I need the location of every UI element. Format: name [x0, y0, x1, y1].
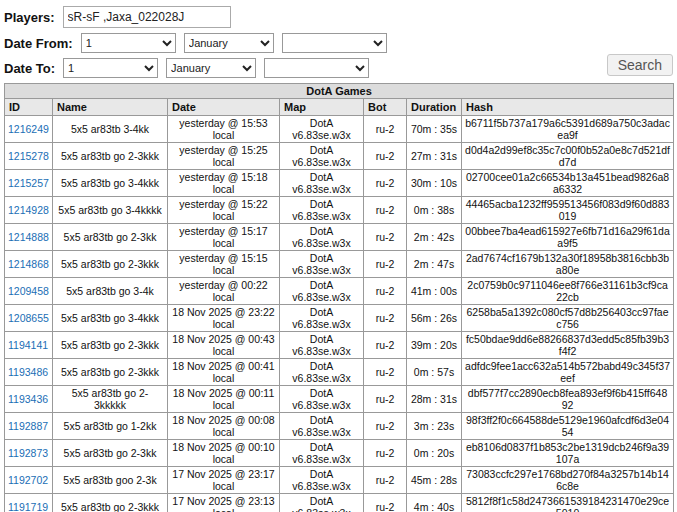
cell-hash: b6711f5b737a179a6c5391d689a750c3adacea9f	[462, 116, 674, 143]
cell-map: DotA v6.83se.w3x	[280, 143, 364, 170]
cell-hash: fc50bdae9dd6e88266837d3edd5c85fb39b3f4f2	[462, 332, 674, 359]
cell-id: 1214928	[5, 197, 53, 224]
table-row: 11927025x5 ar83tb goo 2-3k17 Nov 2025 @ …	[5, 467, 674, 494]
cell-map: DotA v6.83se.w3x	[280, 494, 364, 512]
cell-map: DotA v6.83se.w3x	[280, 224, 364, 251]
game-id-link[interactable]: 1191719	[8, 501, 48, 512]
game-id-link[interactable]: 1208655	[8, 312, 49, 324]
table-title-row: DotA Games	[5, 84, 674, 99]
cell-duration: 45m : 28s	[407, 467, 462, 494]
cell-hash: dbf577f7cc2890ecb8fea893ef9f6b415ff64892	[462, 386, 674, 413]
cell-date: yesterday @ 15:53 local	[168, 116, 280, 143]
column-header-map: Map	[280, 99, 364, 116]
cell-duration: 70m : 35s	[407, 116, 462, 143]
game-id-link[interactable]: 1209458	[8, 285, 49, 297]
cell-hash: 98f3ff2f0c664588de5129e1960afcdf6d3e0454	[462, 413, 674, 440]
table-row: 12086555x5 ar83tb go 3-4kkk18 Nov 2025 @…	[5, 305, 674, 332]
cell-name: 5x5 ar83tb go 3-4kkk	[53, 305, 168, 332]
game-id-link[interactable]: 1193486	[8, 366, 48, 378]
game-id-link[interactable]: 1194141	[8, 339, 48, 351]
cell-hash: 44465acba1232ff959513456f083d9f60d883019	[462, 197, 674, 224]
games-table: DotA Games IDNameDateMapBotDurationHash …	[4, 83, 674, 512]
cell-date: 18 Nov 2025 @ 00:10 local	[168, 440, 280, 467]
game-id-link[interactable]: 1214888	[8, 231, 49, 243]
date-to-day-select[interactable]: 1	[63, 58, 158, 78]
cell-date: yesterday @ 15:25 local	[168, 143, 280, 170]
cell-id: 1214868	[5, 251, 53, 278]
date-to-year-select[interactable]	[264, 58, 369, 78]
date-from-row: Date From: 1 January	[4, 33, 673, 53]
cell-map: DotA v6.83se.w3x	[280, 386, 364, 413]
cell-map: DotA v6.83se.w3x	[280, 413, 364, 440]
cell-bot: ru-2	[364, 224, 407, 251]
cell-id: 1216249	[5, 116, 53, 143]
game-id-link[interactable]: 1193436	[8, 393, 48, 405]
cell-name: 5x5 ar83tb go 3-4k	[53, 278, 168, 305]
cell-hash: 2ad7674cf1679b132a30f18958b3816cbb3ba80e	[462, 251, 674, 278]
cell-bot: ru-2	[364, 197, 407, 224]
cell-bot: ru-2	[364, 251, 407, 278]
players-label: Players:	[4, 10, 55, 25]
date-from-month-select[interactable]: January	[184, 33, 274, 53]
players-row: Players:	[4, 6, 673, 28]
date-to-month-select[interactable]: January	[166, 58, 256, 78]
cell-bot: ru-2	[364, 494, 407, 512]
cell-name: 5x5 ar83tb go 2-3kkk	[53, 332, 168, 359]
game-id-link[interactable]: 1214928	[8, 204, 49, 216]
cell-map: DotA v6.83se.w3x	[280, 278, 364, 305]
game-id-link[interactable]: 1215278	[8, 150, 49, 162]
column-header-name: Name	[53, 99, 168, 116]
cell-duration: 3m : 23s	[407, 413, 462, 440]
cell-map: DotA v6.83se.w3x	[280, 170, 364, 197]
table-row: 11917195x5 ar83tb go 2-3kkk17 Nov 2025 @…	[5, 494, 674, 512]
game-id-link[interactable]: 1192887	[8, 420, 48, 432]
game-id-link[interactable]: 1216249	[8, 123, 49, 135]
cell-date: yesterday @ 15:22 local	[168, 197, 280, 224]
game-id-link[interactable]: 1192702	[8, 474, 48, 486]
table-row: 12152785x5 ar83tb go 2-3kkkyesterday @ 1…	[5, 143, 674, 170]
cell-id: 1193486	[5, 359, 53, 386]
cell-bot: ru-2	[364, 467, 407, 494]
cell-name: 5x5 ar83tb go 1-2kk	[53, 413, 168, 440]
cell-date: 18 Nov 2025 @ 23:22 local	[168, 305, 280, 332]
players-input[interactable]	[63, 6, 231, 28]
table-row: 12094585x5 ar83tb go 3-4kyesterday @ 00:…	[5, 278, 674, 305]
cell-duration: 56m : 26s	[407, 305, 462, 332]
cell-bot: ru-2	[364, 413, 407, 440]
game-id-link[interactable]: 1214868	[8, 258, 49, 270]
cell-duration: 0m : 20s	[407, 440, 462, 467]
table-row: 11934365x5 ar83tb go 2-3kkkkk18 Nov 2025…	[5, 386, 674, 413]
cell-id: 1192887	[5, 413, 53, 440]
date-from-day-select[interactable]: 1	[81, 33, 176, 53]
cell-bot: ru-2	[364, 305, 407, 332]
cell-map: DotA v6.83se.w3x	[280, 116, 364, 143]
cell-date: 18 Nov 2025 @ 00:11 local	[168, 386, 280, 413]
cell-bot: ru-2	[364, 386, 407, 413]
cell-date: yesterday @ 15:18 local	[168, 170, 280, 197]
cell-id: 1193436	[5, 386, 53, 413]
cell-date: 18 Nov 2025 @ 00:08 local	[168, 413, 280, 440]
column-header-id: ID	[5, 99, 53, 116]
cell-bot: ru-2	[364, 170, 407, 197]
game-id-link[interactable]: 1215257	[8, 177, 49, 189]
cell-name: 5x5 ar83tb go 2-3kkk	[53, 251, 168, 278]
table-row: 11928735x5 ar83tb go 2-3kk18 Nov 2025 @ …	[5, 440, 674, 467]
cell-map: DotA v6.83se.w3x	[280, 332, 364, 359]
cell-name: 5x5 ar83tb goo 2-3k	[53, 467, 168, 494]
cell-name: 5x5 ar83tb go 2-3kk	[53, 440, 168, 467]
column-header-hash: Hash	[462, 99, 674, 116]
cell-date: yesterday @ 15:17 local	[168, 224, 280, 251]
cell-name: 5x5 ar83tb go 2-3kkkkk	[53, 386, 168, 413]
column-header-date: Date	[168, 99, 280, 116]
date-to-label: Date To:	[4, 61, 55, 76]
date-from-year-select[interactable]	[282, 33, 387, 53]
cell-bot: ru-2	[364, 332, 407, 359]
cell-duration: 39m : 20s	[407, 332, 462, 359]
cell-hash: adfdc9fee1acc632a514b572babd49c345f37eef	[462, 359, 674, 386]
cell-bot: ru-2	[364, 143, 407, 170]
date-from-label: Date From:	[4, 36, 73, 51]
cell-duration: 0m : 57s	[407, 359, 462, 386]
table-title: DotA Games	[5, 84, 674, 99]
game-id-link[interactable]: 1192873	[8, 447, 48, 459]
search-button[interactable]: Search	[607, 54, 673, 76]
